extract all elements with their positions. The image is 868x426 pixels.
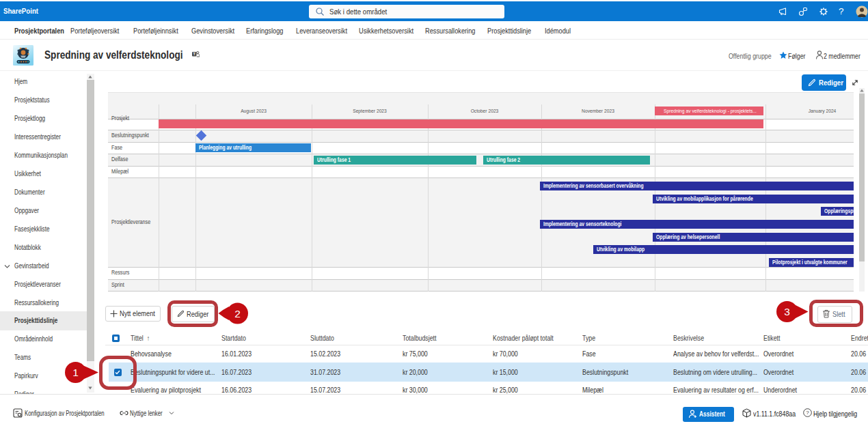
svg-text:3: 3	[784, 306, 790, 317]
svg-text:2: 2	[234, 308, 241, 320]
svg-text:1: 1	[72, 367, 79, 378]
svg-text:?: ?	[806, 410, 809, 416]
